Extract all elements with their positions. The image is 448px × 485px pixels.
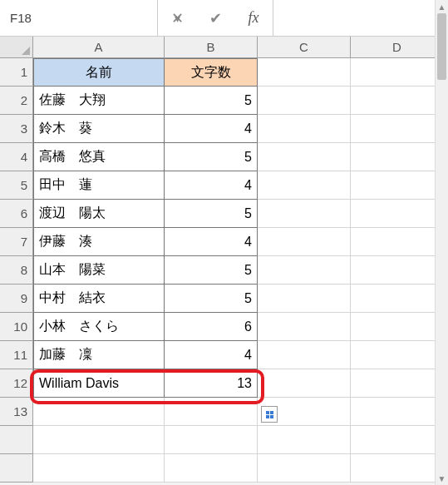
table-row: 5 田中 蓮 4 [0,171,448,200]
cell-empty[interactable] [351,115,444,143]
formula-input[interactable] [273,0,448,36]
scroll-track[interactable] [437,13,446,472]
cell-count[interactable]: 4 [165,171,258,200]
cell-empty[interactable] [351,228,444,256]
cell-name[interactable]: 加藤 凜 [33,341,165,369]
cell-name[interactable]: 山本 陽菜 [33,256,165,285]
check-icon: ✔ [209,9,222,27]
cell-count[interactable]: 5 [165,200,258,228]
cell-empty[interactable] [33,398,165,426]
cell-empty[interactable] [351,398,444,426]
column-header-b[interactable]: B [165,37,258,57]
cell-count[interactable]: 5 [165,256,258,285]
cell-count[interactable]: 4 [165,341,258,369]
cell-empty[interactable] [351,426,444,454]
row-header[interactable]: 11 [0,341,33,369]
cell-empty[interactable] [165,398,258,426]
row-header[interactable]: 4 [0,143,33,171]
cell-count[interactable]: 5 [165,143,258,171]
header-cell-count[interactable]: 文字数 [165,58,258,87]
cell-empty[interactable] [351,369,444,398]
cell-empty[interactable] [351,285,444,313]
header-cell-name[interactable]: 名前 [33,58,165,87]
scroll-up-icon[interactable]: ▲ [436,0,448,13]
row-header[interactable]: 1 [0,58,33,87]
vertical-scrollbar[interactable]: ▲ ▼ [435,0,448,485]
cancel-formula-button[interactable]: ✕ [158,0,196,36]
cell-name[interactable]: 高橋 悠真 [33,143,165,171]
table-row: 1 名前 文字数 [0,58,448,87]
row-header[interactable]: 12 [0,369,33,398]
cell-empty[interactable] [351,58,444,87]
cell-empty[interactable] [351,171,444,200]
cell-name[interactable]: 伊藤 湊 [33,228,165,256]
row-header[interactable]: 6 [0,200,33,228]
row-header[interactable]: 2 [0,87,33,115]
cell-name[interactable]: 小林 さくら [33,313,165,341]
cell-empty[interactable] [258,454,351,483]
cell-empty[interactable] [351,200,444,228]
cell-name[interactable]: 田中 蓮 [33,171,165,200]
cell-empty[interactable] [165,454,258,483]
cell-empty[interactable] [258,200,351,228]
cell-empty[interactable] [258,143,351,171]
cell-empty[interactable] [258,256,351,285]
column-header-d[interactable]: D [351,37,444,57]
cell-empty[interactable] [258,171,351,200]
scroll-thumb[interactable] [437,13,446,80]
scroll-down-icon[interactable]: ▼ [436,472,448,485]
cell-empty[interactable] [351,256,444,285]
name-box[interactable] [8,10,170,26]
cell-name[interactable]: 渡辺 陽太 [33,200,165,228]
autofill-options-button[interactable] [261,406,278,423]
row-header[interactable]: 10 [0,313,33,341]
column-header-a[interactable]: A [33,37,165,57]
cell-empty[interactable] [165,426,258,454]
cell-empty[interactable] [351,87,444,115]
cell-empty[interactable] [258,285,351,313]
name-box-wrap: ▾ [0,0,158,36]
cell-name[interactable]: 佐藤 大翔 [33,87,165,115]
cell-count[interactable]: 5 [165,87,258,115]
cell-count[interactable]: 6 [165,313,258,341]
row-header[interactable] [0,454,33,483]
row-header[interactable]: 7 [0,228,33,256]
table-row: 13 [0,398,448,426]
spreadsheet-grid: A B C D 1 名前 文字数 2 佐藤 大翔 5 3 鈴木 葵 4 [0,37,448,483]
row-header[interactable]: 8 [0,256,33,285]
cell-count[interactable]: 4 [165,115,258,143]
table-row: 10 小林 さくら 6 [0,313,448,341]
row-header[interactable]: 5 [0,171,33,200]
cell-name[interactable]: William Davis [33,369,165,398]
row-header[interactable]: 13 [0,398,33,426]
cell-count[interactable]: 5 [165,285,258,313]
cell-empty[interactable] [351,454,444,483]
row-header[interactable]: 3 [0,115,33,143]
formula-bar: ▾ ✕ ✔ fx [0,0,448,37]
cell-count[interactable]: 4 [165,228,258,256]
row-header[interactable] [0,426,33,454]
cell-empty[interactable] [33,454,165,483]
cell-empty[interactable] [258,369,351,398]
cell-empty[interactable] [258,426,351,454]
column-header-c[interactable]: C [258,37,351,57]
cell-empty[interactable] [258,87,351,115]
table-row: 6 渡辺 陽太 5 [0,200,448,228]
cell-empty[interactable] [258,313,351,341]
cell-name[interactable]: 中村 結衣 [33,285,165,313]
cell-empty[interactable] [351,313,444,341]
cell-empty[interactable] [258,341,351,369]
cell-empty[interactable] [258,228,351,256]
cell-count[interactable]: 13 [165,369,258,398]
table-row: 3 鈴木 葵 4 [0,115,448,143]
cell-name[interactable]: 鈴木 葵 [33,115,165,143]
select-all-button[interactable] [0,37,33,57]
cell-empty[interactable] [351,341,444,369]
cell-empty[interactable] [33,426,165,454]
enter-formula-button[interactable]: ✔ [196,0,234,36]
cell-empty[interactable] [258,58,351,87]
row-header[interactable]: 9 [0,285,33,313]
cell-empty[interactable] [258,115,351,143]
cell-empty[interactable] [351,143,444,171]
insert-function-button[interactable]: fx [234,0,273,36]
